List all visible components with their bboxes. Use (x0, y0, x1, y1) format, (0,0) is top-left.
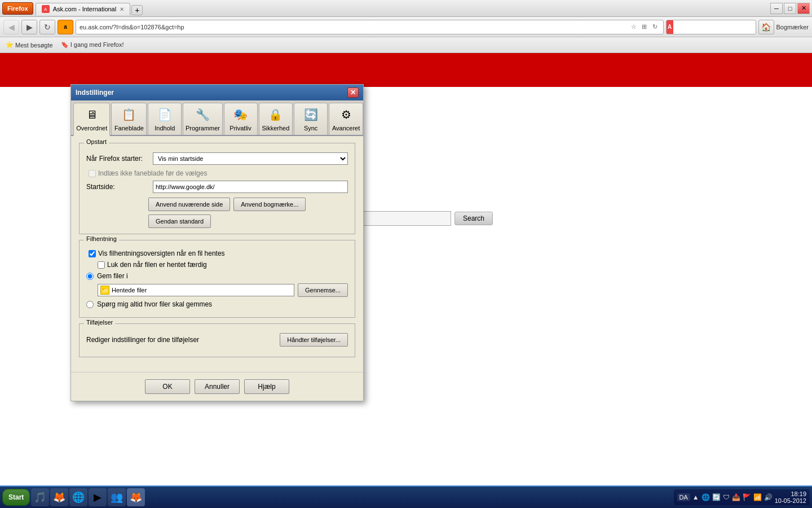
startup-section-title: Opstart (84, 138, 109, 145)
home-button[interactable]: 🏠 (758, 20, 774, 34)
tab-sync-icon: 🔄 (302, 106, 320, 124)
dialog-footer: OK Annuller Hjælp (71, 372, 363, 401)
tab-overordnet[interactable]: 🖥 Overordnet (73, 103, 110, 136)
refresh-icon[interactable]: ↻ (651, 23, 660, 32)
tab-privatliv[interactable]: 🎭 Privatliv (224, 103, 258, 135)
search-engine-icon: A (667, 20, 673, 34)
homepage-input[interactable] (153, 181, 348, 193)
ask-where-radio[interactable] (86, 301, 94, 308)
use-bookmark-button[interactable]: Anvend bogmærke... (233, 198, 306, 211)
back-button[interactable]: ◀ (3, 20, 19, 34)
new-tab-button[interactable]: + (131, 5, 143, 15)
taskbar-icon-firefox1[interactable]: 🦊 (50, 488, 68, 506)
clock-time: 18:19 (775, 491, 806, 497)
browser-tab-active[interactable]: A Ask.com - International ✕ (36, 3, 131, 15)
nav-bar: ◀ ▶ ↻ a eu.ask.com/?l=dis&o=102876&gct=h… (0, 17, 812, 37)
maximize-button[interactable]: □ (784, 3, 796, 14)
manage-addons-button[interactable]: Håndter tilføjelser... (280, 333, 348, 347)
bookmark-most-visited[interactable]: ⭐ Mest besøgte (3, 40, 55, 50)
sys-icon-refresh[interactable]: 🔄 (712, 493, 721, 501)
tab-programmer[interactable]: 🔧 Programmer (183, 103, 222, 135)
firefox-menu-button[interactable]: Firefox (2, 2, 33, 15)
tab-indhold-label: Indhold (155, 125, 175, 132)
show-downloads-label: Vis filhentningsoversigten når en fil he… (98, 249, 225, 257)
tab-sikkerhed-label: Sikkerhed (262, 125, 289, 132)
folder-icon: 📁 (100, 286, 109, 295)
tab-overordnet-icon: 🖥 (83, 106, 101, 124)
addons-section-body: Rediger indstillinger for dine tilføjels… (80, 324, 355, 357)
show-downloads-row: Vis filhentningsoversigten når en fil he… (89, 249, 348, 257)
help-button[interactable]: Hjælp (244, 379, 289, 394)
browser-window: Firefox A Ask.com - International ✕ + ─ … (0, 0, 812, 508)
save-to-label: Gem filer i (97, 272, 128, 280)
address-bar[interactable]: eu.ask.com/?l=dis&o=102876&gct=hp ☆ ⊞ ↻ (76, 20, 664, 34)
sys-icon-shield[interactable]: 🛡 (723, 493, 730, 501)
cancel-button[interactable]: Annuller (195, 379, 240, 394)
search-bar[interactable]: A (666, 20, 756, 34)
startup-buttons: Anvend nuværende side Anvend bogmærke...… (148, 198, 348, 228)
sys-icon-volume[interactable]: 🔊 (764, 493, 773, 501)
page-content: Search Indstillinger ✕ 🖥 Overordnet 📋 (0, 53, 812, 485)
close-button[interactable]: ✕ (797, 3, 810, 14)
dialog-title: Indstillinger (76, 89, 114, 97)
startup-section: Opstart Når Firefox starter: Vis min sta… (79, 143, 355, 234)
ok-button[interactable]: OK (145, 379, 190, 394)
download-section: Filhentning Vis filhentningsoversigten n… (79, 240, 355, 318)
startup-label: Når Firefox starter: (86, 155, 148, 163)
taskbar-icon-firefox2[interactable]: 🦊 (127, 488, 145, 506)
search-input[interactable] (673, 24, 756, 30)
taskbar-icon-browser[interactable]: 🌐 (69, 488, 87, 506)
tab-sync[interactable]: 🔄 Sync (294, 103, 328, 135)
taskbar-icon-users[interactable]: 👥 (108, 488, 126, 506)
bookmark-firefox[interactable]: 🔖 I gang med Firefox! (59, 40, 126, 50)
sys-icon-arrow[interactable]: ▲ (692, 493, 699, 501)
forward-button[interactable]: ▶ (21, 20, 37, 34)
path-text: Hentede filer (112, 287, 147, 294)
startup-section-body: Når Firefox starter: Vis min startside I… (80, 143, 355, 234)
use-current-page-button[interactable]: Anvend nuværende side (148, 198, 230, 211)
amazon-button[interactable]: a (58, 20, 73, 34)
tab-sikkerhed[interactable]: 🔒 Sikkerhed (259, 103, 293, 135)
close-downloads-checkbox[interactable] (98, 261, 105, 269)
dialog-overlay: Indstillinger ✕ 🖥 Overordnet 📋 Faneblade… (0, 53, 812, 485)
taskbar: Start 🎵 🦊 🌐 ▶ 👥 🦊 DA ▲ 🌐 🔄 🛡 📥 🚩 📶 🔊 18:… (0, 485, 812, 508)
sys-icon-network[interactable]: 🌐 (701, 493, 710, 501)
indlaes-checkbox[interactable] (89, 170, 96, 177)
addons-row: Rediger indstillinger for dine tilføjels… (86, 333, 348, 347)
addons-section-title: Tilføjelser (84, 319, 115, 326)
startup-select[interactable]: Vis min startside (153, 152, 348, 165)
tab-indhold-icon: 📄 (156, 106, 174, 124)
indlæs-checkbox-row: Indlæs ikke faneblade før de vælges (89, 169, 348, 177)
tab-indhold[interactable]: 📄 Indhold (148, 103, 182, 135)
minimize-button[interactable]: ─ (770, 3, 783, 14)
title-bar-left: Firefox A Ask.com - International ✕ + (2, 2, 143, 15)
startup-row: Når Firefox starter: Vis min startside (86, 152, 348, 165)
tab-privatliv-label: Privatliv (230, 125, 251, 132)
settings-dialog: Indstillinger ✕ 🖥 Overordnet 📋 Faneblade… (70, 84, 364, 401)
sys-icon-flag[interactable]: 🚩 (743, 493, 751, 501)
browse-button[interactable]: Gennemse... (298, 283, 348, 297)
language-indicator[interactable]: DA (677, 493, 690, 501)
download-section-title: Filhentning (84, 235, 119, 242)
tab-sikkerhed-icon: 🔒 (267, 106, 285, 124)
tab-faneblade[interactable]: 📋 Faneblade (111, 103, 147, 135)
restore-default-button[interactable]: Gendan standard (148, 214, 211, 228)
bookmarks-label[interactable]: Bogmærker (776, 24, 809, 30)
star-icon[interactable]: ☆ (629, 23, 638, 32)
tab-close-button[interactable]: ✕ (120, 6, 124, 12)
dialog-close-button[interactable]: ✕ (347, 87, 359, 98)
save-to-radio[interactable] (86, 273, 94, 280)
indlaes-label: Indlæs ikke faneblade før de vælges (98, 169, 207, 177)
sys-icon-signal[interactable]: 📶 (753, 493, 762, 501)
tab-faneblade-icon: 📋 (120, 106, 138, 124)
taskbar-icon-media[interactable]: 🎵 (31, 488, 49, 506)
start-button[interactable]: Start (2, 489, 30, 506)
bookmark-list-icon[interactable]: ⊞ (640, 23, 649, 32)
sys-icon-update[interactable]: 📥 (732, 493, 740, 501)
clock-date: 10-05-2012 (775, 497, 806, 504)
reload-button[interactable]: ↻ (39, 20, 55, 34)
show-downloads-checkbox[interactable] (89, 250, 96, 257)
bookmark-label: Mest besøgte (15, 42, 53, 49)
taskbar-icon-play[interactable]: ▶ (89, 488, 107, 506)
tab-avanceret[interactable]: ⚙ Avanceret (329, 103, 363, 135)
